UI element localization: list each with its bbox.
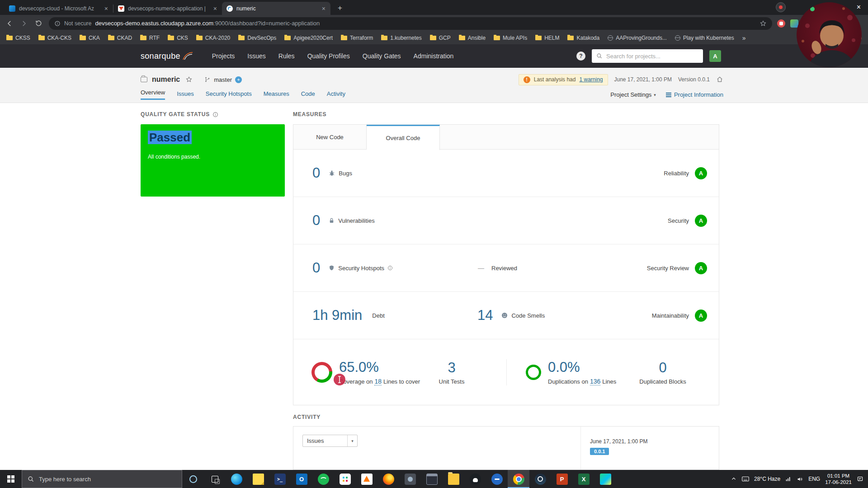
extension-icon[interactable] bbox=[790, 19, 798, 28]
browser-tab-numeric-active[interactable]: numeric × bbox=[222, 2, 330, 15]
maintainability-rating-badge[interactable]: A bbox=[695, 310, 707, 322]
taskbar-app-powershell[interactable] bbox=[269, 470, 291, 488]
lines-to-cover-link[interactable]: 18 bbox=[374, 378, 382, 385]
taskbar-clock[interactable]: 01:01 PM 17-06-2021 bbox=[825, 473, 852, 485]
language-indicator[interactable]: ENG bbox=[808, 476, 820, 482]
address-bar[interactable]: Not secure devsecops-demo.eastus.cloudap… bbox=[49, 17, 772, 30]
bookmark-item[interactable]: Play with Kubernetes bbox=[675, 35, 734, 41]
nav-rules[interactable]: Rules bbox=[278, 52, 295, 60]
action-center-icon[interactable] bbox=[857, 476, 863, 483]
taskbar-app-blue[interactable] bbox=[486, 470, 508, 488]
nav-projects[interactable]: Projects bbox=[212, 52, 235, 60]
bookmark-item[interactable]: CKA-2020 bbox=[196, 35, 230, 41]
info-icon[interactable] bbox=[54, 20, 61, 27]
user-avatar[interactable]: A bbox=[709, 50, 721, 62]
tab-code[interactable]: Code bbox=[301, 90, 315, 100]
close-icon[interactable]: × bbox=[212, 5, 218, 12]
tab-issues[interactable]: Issues bbox=[177, 90, 194, 100]
forward-button[interactable] bbox=[17, 17, 31, 30]
bookmark-item[interactable]: 1.kubernetes bbox=[381, 35, 421, 41]
bookmark-star-icon[interactable] bbox=[760, 20, 767, 27]
code-smells-count[interactable]: 14 bbox=[477, 307, 493, 324]
signal-icon[interactable] bbox=[785, 476, 792, 482]
bookmarks-overflow-chevron[interactable]: » bbox=[742, 34, 746, 42]
taskbar-app-window[interactable] bbox=[421, 470, 443, 488]
nav-quality-profiles[interactable]: Quality Profiles bbox=[307, 52, 350, 60]
chevron-up-icon[interactable] bbox=[731, 476, 737, 482]
bookmark-item[interactable]: CKA-CKS bbox=[38, 35, 71, 41]
bookmark-item[interactable]: Apigee2020Cert bbox=[284, 35, 333, 41]
taskbar-app-pycharm[interactable] bbox=[594, 470, 616, 488]
duplicated-lines-link[interactable]: 136 bbox=[590, 378, 600, 385]
project-search-input[interactable] bbox=[606, 53, 698, 60]
project-settings-dropdown[interactable]: Project Settings ▾ bbox=[610, 91, 656, 98]
favorite-star-icon[interactable] bbox=[185, 76, 193, 83]
unit-tests-count[interactable]: 3 bbox=[429, 360, 474, 376]
touch-keyboard-icon[interactable] bbox=[742, 476, 749, 482]
taskbar-app-powerpoint[interactable] bbox=[551, 470, 573, 488]
project-information-button[interactable]: Project Information bbox=[666, 91, 723, 98]
project-search-box[interactable] bbox=[592, 49, 703, 63]
bookmark-item[interactable]: CKA bbox=[80, 35, 100, 41]
sonarqube-logo[interactable]: sonarqube bbox=[141, 52, 193, 61]
reload-button[interactable] bbox=[32, 17, 45, 30]
start-button[interactable] bbox=[0, 470, 22, 488]
info-icon[interactable] bbox=[387, 265, 393, 271]
security-hotspots-count[interactable]: 0 bbox=[312, 260, 320, 276]
taskbar-app-edge[interactable] bbox=[226, 470, 247, 488]
duplicated-blocks-count[interactable]: 0 bbox=[638, 360, 688, 376]
taskbar-app-outlook[interactable] bbox=[291, 470, 312, 488]
browser-tab-gitlab[interactable]: devsecops-numeric-application | × bbox=[113, 2, 222, 15]
taskbar-app-file-explorer[interactable] bbox=[443, 470, 464, 488]
tab-activity[interactable]: Activity bbox=[327, 90, 345, 100]
taskbar-app-spotify[interactable] bbox=[312, 470, 334, 488]
taskbar-search-input[interactable] bbox=[39, 476, 176, 483]
bookmark-item[interactable]: GCP bbox=[430, 35, 451, 41]
back-button[interactable] bbox=[3, 17, 16, 30]
weather-status[interactable]: 28°C Haze bbox=[754, 476, 780, 482]
volume-icon[interactable] bbox=[797, 476, 803, 483]
reliability-rating-badge[interactable]: A bbox=[695, 167, 707, 179]
tab-security-hotspots[interactable]: Security Hotspots bbox=[206, 90, 252, 100]
taskbar-app-firefox[interactable] bbox=[377, 470, 399, 488]
security-review-rating-badge[interactable]: A bbox=[695, 262, 707, 274]
info-icon[interactable] bbox=[212, 112, 218, 117]
bookmark-item[interactable]: DevSecOps bbox=[238, 35, 276, 41]
bookmark-item[interactable]: CKAD bbox=[108, 35, 132, 41]
adblock-extension-icon[interactable] bbox=[777, 19, 785, 28]
branch-name[interactable]: master bbox=[214, 76, 232, 83]
help-icon[interactable]: ? bbox=[576, 52, 585, 61]
taskbar-app-github[interactable] bbox=[464, 470, 486, 488]
new-tab-button[interactable]: + bbox=[334, 2, 346, 14]
taskbar-app-camera[interactable] bbox=[399, 470, 421, 488]
tab-overview[interactable]: Overview bbox=[141, 89, 165, 100]
duplications-value[interactable]: 0.0% bbox=[548, 359, 616, 375]
window-close-button[interactable]: × bbox=[854, 2, 863, 12]
nav-administration[interactable]: Administration bbox=[414, 52, 454, 60]
record-indicator-icon[interactable] bbox=[776, 2, 786, 12]
nav-quality-gates[interactable]: Quality Gates bbox=[363, 52, 401, 60]
close-icon[interactable]: × bbox=[103, 5, 109, 12]
bookmark-item[interactable]: AAProvingGrounds... bbox=[608, 35, 667, 41]
close-icon[interactable]: × bbox=[321, 5, 327, 12]
bookmark-item[interactable]: HELM bbox=[535, 35, 559, 41]
nav-issues[interactable]: Issues bbox=[247, 52, 265, 60]
taskbar-app-chrome-active[interactable] bbox=[508, 470, 529, 488]
coverage-value[interactable]: 65.0% bbox=[339, 359, 420, 375]
browser-tab-azure[interactable]: devsecops-cloud - Microsoft Az × bbox=[5, 2, 113, 15]
bookmark-item[interactable]: CKSS bbox=[6, 35, 30, 41]
debt-value[interactable]: 1h 9min bbox=[312, 307, 362, 324]
cortana-button[interactable] bbox=[182, 470, 204, 488]
taskbar-app-vlc[interactable] bbox=[356, 470, 377, 488]
bookmark-item[interactable]: Terraform bbox=[341, 35, 373, 41]
bookmark-item[interactable]: CKS bbox=[168, 35, 188, 41]
taskbar-app-sticky-notes[interactable] bbox=[247, 470, 269, 488]
security-rating-badge[interactable]: A bbox=[695, 215, 707, 227]
bookmark-item[interactable]: RTF bbox=[140, 35, 160, 41]
taskbar-app-slack[interactable] bbox=[334, 470, 356, 488]
taskbar-app-steam[interactable] bbox=[529, 470, 551, 488]
task-view-button[interactable] bbox=[204, 470, 226, 488]
home-icon[interactable] bbox=[716, 76, 723, 83]
tab-overall-code[interactable]: Overall Code bbox=[367, 125, 440, 150]
bookmark-item[interactable]: Mule APIs bbox=[494, 35, 527, 41]
